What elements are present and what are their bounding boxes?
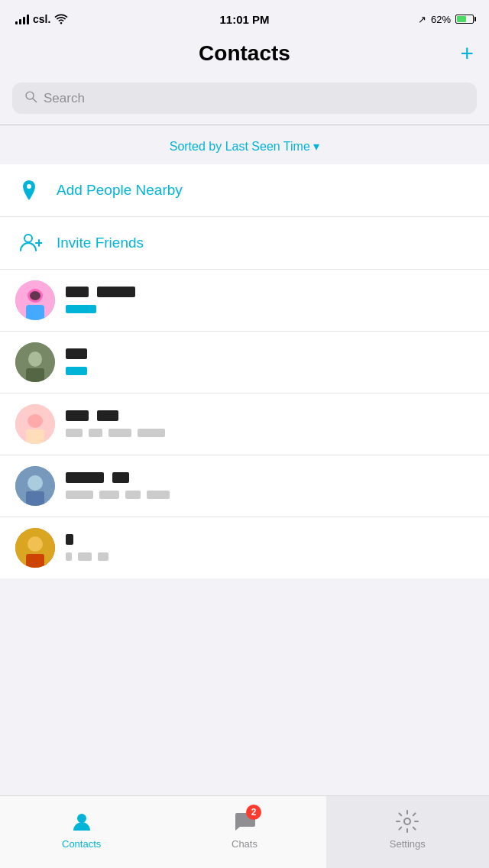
svg-rect-8 — [26, 305, 44, 320]
battery-fill — [457, 16, 466, 22]
add-contact-button[interactable]: + — [460, 42, 474, 65]
tab-contacts-label: Contacts — [62, 838, 101, 850]
contact-5-text — [66, 533, 474, 563]
chats-tab-icon: 2 — [231, 808, 258, 835]
contact-4-sub — [66, 489, 474, 501]
svg-point-21 — [77, 814, 86, 823]
tab-chats-label: Chats — [232, 838, 257, 850]
contacts-tab-icon — [68, 808, 96, 835]
sort-row[interactable]: Sorted by Last Seen Time ▾ — [0, 125, 489, 164]
contact-2-text — [66, 348, 474, 377]
contact-2-name — [66, 348, 474, 363]
tab-contacts[interactable]: Contacts — [0, 796, 163, 868]
tab-chats[interactable]: 2 Chats — [163, 796, 325, 868]
location-icon: ↗ — [418, 14, 426, 25]
battery-icon — [455, 15, 474, 24]
search-bar — [12, 83, 477, 114]
svg-rect-11 — [26, 368, 44, 382]
svg-rect-17 — [26, 491, 44, 506]
contact-item-3[interactable] — [0, 394, 489, 455]
status-right: ↗ 62% — [418, 14, 474, 25]
search-container — [0, 76, 489, 125]
contact-1-text — [66, 286, 474, 316]
invite-friends-item[interactable]: Invite Friends — [0, 217, 489, 270]
chats-badge: 2 — [246, 805, 261, 820]
tab-bar: Contacts 2 Chats Settings — [0, 795, 489, 868]
settings-tab-icon — [393, 808, 421, 835]
battery-percent: 62% — [431, 14, 451, 25]
svg-point-19 — [28, 536, 43, 552]
contact-1-sub — [66, 303, 474, 316]
contact-5-name — [66, 533, 474, 549]
contact-list: Add People Nearby Invite Friends — [0, 164, 489, 578]
contact-5-sub — [66, 551, 474, 563]
avatar-2 — [15, 342, 55, 382]
tab-settings-label: Settings — [390, 838, 426, 850]
contact-4-name — [66, 471, 474, 487]
page-header: Contacts + — [0, 34, 489, 76]
avatar-3 — [15, 404, 55, 444]
contact-item-1[interactable] — [0, 270, 489, 332]
svg-point-22 — [404, 818, 410, 824]
contact-1-name — [66, 286, 474, 301]
contact-4-text — [66, 471, 474, 501]
avatar-1 — [15, 280, 55, 320]
sort-label[interactable]: Sorted by Last Seen Time ▾ — [170, 140, 320, 153]
svg-point-13 — [28, 414, 43, 428]
contact-item-2[interactable] — [0, 332, 489, 394]
contact-2-sub — [66, 365, 474, 377]
contact-3-text — [66, 410, 474, 439]
tab-settings[interactable]: Settings — [326, 796, 489, 868]
status-left: csl. — [15, 13, 68, 25]
search-icon — [24, 90, 37, 106]
contact-item-5[interactable] — [0, 517, 489, 578]
contact-item-4[interactable] — [0, 455, 489, 517]
invite-friends-label: Invite Friends — [57, 235, 144, 251]
page-title: Contacts — [199, 41, 290, 66]
svg-point-16 — [28, 475, 43, 491]
svg-rect-20 — [26, 554, 44, 568]
svg-line-1 — [33, 99, 37, 102]
location-pin-icon — [15, 177, 43, 204]
contact-3-name — [66, 410, 474, 425]
search-input[interactable] — [44, 91, 465, 106]
add-nearby-label: Add People Nearby — [57, 182, 183, 199]
status-time: 11:01 PM — [219, 13, 269, 26]
svg-point-10 — [28, 351, 42, 367]
svg-point-7 — [30, 291, 40, 300]
add-nearby-item[interactable]: Add People Nearby — [0, 164, 489, 217]
svg-point-2 — [24, 235, 32, 242]
contact-3-sub — [66, 427, 474, 439]
status-bar: csl. 11:01 PM ↗ 62% — [0, 0, 489, 34]
avatar-5 — [15, 528, 55, 568]
carrier: csl. — [33, 13, 50, 25]
svg-rect-14 — [26, 429, 44, 444]
wifi-icon — [54, 14, 68, 24]
signal-bars — [15, 14, 29, 24]
avatar-4 — [15, 466, 55, 506]
add-person-icon — [15, 229, 43, 257]
